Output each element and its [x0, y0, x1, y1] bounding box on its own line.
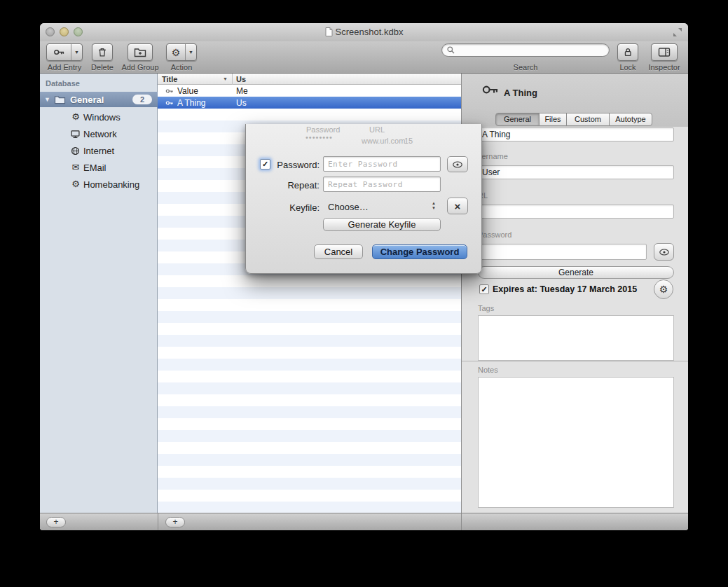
monitor-icon [70, 129, 81, 139]
sidebar-item-email[interactable]: ✉ EMail [40, 159, 158, 176]
expires-settings-button[interactable]: ⚙ [654, 279, 673, 299]
tab-general[interactable]: General [495, 113, 540, 126]
delete-button[interactable] [92, 43, 113, 61]
envelope-icon: ✉ [70, 162, 81, 173]
add-group-button[interactable] [128, 43, 153, 61]
content-area: Database ▼ General 2 ⚙ Windows Network I… [40, 74, 688, 513]
reveal-password-button[interactable] [447, 156, 468, 172]
gear-glyph: ⚙ [172, 47, 181, 58]
inspector-button[interactable] [651, 43, 678, 61]
sheet-keyfile-label: Keyfile: [270, 202, 320, 213]
chevron-down-icon[interactable]: ▼ [186, 44, 196, 60]
sidebar: Database ▼ General 2 ⚙ Windows Network I… [40, 74, 158, 513]
bottom-bar-divider [158, 513, 158, 530]
disclosure-glyph: ▼ [44, 96, 50, 103]
inspector-label: Inspector [640, 63, 688, 71]
gear-glyph: ⚙ [71, 111, 80, 122]
key-icon [165, 99, 174, 107]
url-field[interactable] [478, 205, 674, 219]
add-entry-button[interactable]: ▼ [46, 43, 83, 61]
sidebar-item-windows[interactable]: ⚙ Windows [40, 109, 158, 125]
search-input[interactable] [458, 45, 605, 56]
gear-icon: ⚙ [70, 111, 81, 123]
ghost-entry-url: www.url.com [362, 137, 405, 145]
repeat-password-input[interactable] [323, 177, 441, 192]
add-group-plus-button[interactable]: + [46, 517, 66, 527]
sidebar-item-internet[interactable]: Internet [40, 142, 158, 159]
column-header-username[interactable]: Us [236, 75, 246, 83]
search-field[interactable] [441, 43, 610, 57]
window-title-area: Screenshot.kdbx [40, 27, 688, 37]
close-icon: × [455, 200, 461, 212]
sidebar-item-label: EMail [83, 163, 107, 173]
entry-title: Value [177, 86, 222, 96]
arrow-up-glyph: ▲ [432, 201, 436, 206]
entry-title: A Thing [177, 98, 222, 108]
expires-label: Expires at: Tuesday 17 March 2015 [493, 284, 637, 294]
globe-icon [70, 146, 81, 156]
entry-username: Me [236, 86, 248, 96]
set-password-checkbox[interactable]: ✓ [260, 159, 270, 170]
column-divider[interactable] [232, 74, 233, 85]
username-field[interactable] [478, 165, 674, 179]
window-title: Screenshot.kdbx [336, 27, 404, 37]
gear-icon: ⚙ [659, 284, 668, 295]
sidebar-item-homebanking[interactable]: ⚙ Homebanking [40, 176, 158, 193]
generate-keyfile-button[interactable]: Generate Keyfile [323, 218, 441, 231]
username-label: sername [478, 152, 508, 160]
tab-custom[interactable]: Custom [566, 113, 610, 126]
disclosure-triangle-icon[interactable]: ▼ [44, 96, 54, 103]
notes-label: Notes [478, 366, 498, 374]
inspector-divider [462, 361, 688, 361]
tab-autotype[interactable]: Autotype [609, 113, 652, 126]
sidebar-group-general[interactable]: ▼ General 2 [40, 92, 158, 107]
password-label: Password [478, 230, 511, 239]
popup-stepper-icon[interactable]: ▲ ▼ [430, 200, 438, 212]
new-password-input[interactable] [323, 156, 441, 172]
inspector-tabs: General Files Custom Autotype [495, 113, 652, 126]
cancel-button[interactable]: Cancel [314, 244, 363, 259]
sidebar-item-network[interactable]: Network [40, 125, 158, 142]
search-label: Search [501, 63, 550, 71]
check-icon: ✓ [262, 160, 268, 168]
lock-button[interactable] [617, 43, 638, 61]
change-password-button[interactable]: Change Password [372, 244, 467, 259]
expires-checkbox[interactable]: ✓ [479, 284, 489, 294]
show-password-button[interactable] [654, 243, 674, 261]
eye-icon [452, 160, 463, 169]
tags-input[interactable] [478, 315, 674, 361]
table-row[interactable]: Value Me [158, 85, 461, 97]
key-icon [481, 81, 500, 99]
check-icon: ✓ [481, 285, 487, 294]
generate-button[interactable]: Generate [478, 266, 674, 279]
titlebar[interactable]: Screenshot.kdbx [40, 23, 688, 41]
table-row-selected[interactable]: A Thing Us [158, 97, 461, 109]
sheet-repeat-label: Repeat: [270, 180, 320, 191]
tab-files[interactable]: Files [539, 113, 567, 126]
add-entry-plus-button[interactable]: + [165, 517, 185, 527]
gear-glyph: ⚙ [71, 179, 80, 189]
sidebar-group-label: General [70, 95, 104, 105]
sidebar-item-label: Homebanking [83, 179, 139, 190]
fullscreen-icon[interactable] [673, 27, 682, 37]
envelope-glyph: ✉ [72, 162, 80, 172]
gear-icon: ⚙ [167, 44, 186, 60]
title-field[interactable] [478, 127, 674, 141]
action-button[interactable]: ⚙ ▼ [166, 43, 197, 61]
entry-list-header[interactable]: Title ▼ Us [158, 74, 461, 85]
screenshot-root: { "window": { "title": "Screenshot.kdbx"… [0, 0, 728, 587]
chevron-down-icon[interactable]: ▼ [71, 44, 82, 60]
bottom-bar-divider [461, 513, 462, 530]
document-icon [325, 27, 333, 36]
lock-icon [622, 46, 633, 58]
notes-input[interactable] [478, 377, 674, 508]
change-password-sheet: Password URL •••••••• www.url.com 15 ✓ P… [245, 124, 482, 274]
keyfile-popup[interactable]: Choose… [328, 202, 369, 212]
column-header-title[interactable]: Title [162, 75, 177, 83]
clear-keyfile-button[interactable]: × [447, 198, 468, 214]
sidebar-item-label: Internet [83, 146, 114, 156]
gear-icon: ⚙ [70, 179, 81, 190]
key-icon [165, 87, 174, 95]
password-field[interactable] [478, 244, 647, 260]
sidebar-item-label: Network [83, 129, 117, 139]
